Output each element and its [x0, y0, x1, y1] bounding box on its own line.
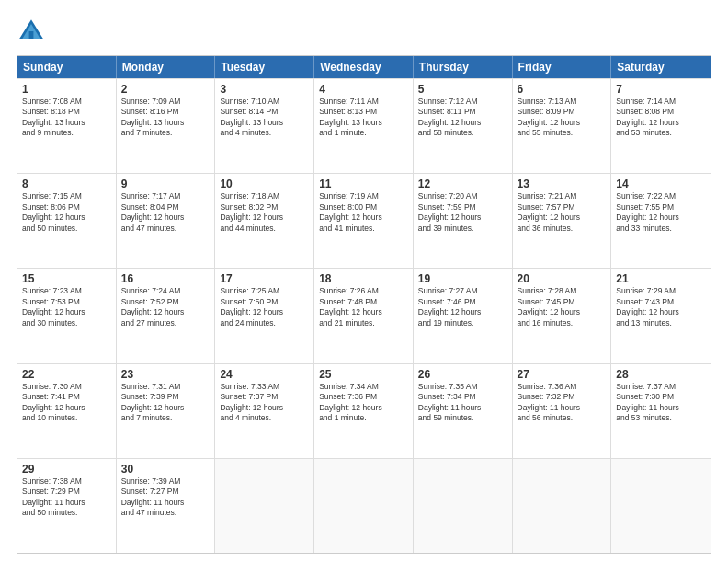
day-info: Sunrise: 7:38 AM Sunset: 7:29 PM Dayligh…: [22, 477, 111, 519]
svg-rect-2: [29, 31, 34, 39]
day-info: Sunrise: 7:27 AM Sunset: 7:46 PM Dayligh…: [418, 286, 507, 328]
day-info: Sunrise: 7:31 AM Sunset: 7:39 PM Dayligh…: [121, 382, 210, 424]
day-cell-25: 25Sunrise: 7:34 AM Sunset: 7:36 PM Dayli…: [314, 364, 414, 458]
day-info: Sunrise: 7:19 AM Sunset: 8:00 PM Dayligh…: [319, 191, 408, 234]
week-row-2: 8Sunrise: 7:15 AM Sunset: 8:06 PM Daylig…: [17, 173, 711, 268]
day-cell-8: 8Sunrise: 7:15 AM Sunset: 8:06 PM Daylig…: [17, 174, 117, 268]
day-cell-22: 22Sunrise: 7:30 AM Sunset: 7:41 PM Dayli…: [17, 364, 117, 458]
day-number: 12: [418, 178, 507, 190]
day-number: 4: [319, 83, 408, 96]
day-info: Sunrise: 7:29 AM Sunset: 7:43 PM Dayligh…: [616, 286, 706, 328]
day-cell-empty: [611, 459, 711, 553]
day-cell-17: 17Sunrise: 7:25 AM Sunset: 7:50 PM Dayli…: [215, 269, 314, 362]
day-cell-2: 2Sunrise: 7:09 AM Sunset: 8:16 PM Daylig…: [117, 79, 216, 173]
calendar-body: 1Sunrise: 7:08 AM Sunset: 8:18 PM Daylig…: [17, 78, 711, 553]
logo: [17, 17, 50, 46]
day-info: Sunrise: 7:20 AM Sunset: 7:59 PM Dayligh…: [418, 191, 507, 234]
day-number: 29: [22, 463, 111, 476]
calendar: SundayMondayTuesdayWednesdayThursdayFrid…: [17, 55, 711, 554]
day-info: Sunrise: 7:17 AM Sunset: 8:04 PM Dayligh…: [121, 191, 210, 234]
day-info: Sunrise: 7:39 AM Sunset: 7:27 PM Dayligh…: [121, 477, 210, 519]
day-number: 11: [319, 178, 408, 190]
day-header-sunday: Sunday: [17, 56, 117, 78]
day-cell-28: 28Sunrise: 7:37 AM Sunset: 7:30 PM Dayli…: [611, 364, 711, 458]
day-header-monday: Monday: [117, 56, 216, 78]
day-info: Sunrise: 7:10 AM Sunset: 8:14 PM Dayligh…: [220, 97, 309, 139]
day-cell-27: 27Sunrise: 7:36 AM Sunset: 7:32 PM Dayli…: [513, 364, 612, 458]
day-header-thursday: Thursday: [414, 56, 513, 78]
day-info: Sunrise: 7:28 AM Sunset: 7:45 PM Dayligh…: [518, 286, 607, 328]
day-number: 2: [121, 83, 210, 96]
day-info: Sunrise: 7:13 AM Sunset: 8:09 PM Dayligh…: [518, 97, 607, 139]
day-cell-20: 20Sunrise: 7:28 AM Sunset: 7:45 PM Dayli…: [513, 269, 612, 362]
day-header-tuesday: Tuesday: [215, 56, 314, 78]
day-number: 23: [121, 368, 210, 381]
day-info: Sunrise: 7:18 AM Sunset: 8:02 PM Dayligh…: [220, 191, 309, 234]
day-number: 19: [418, 272, 507, 285]
day-cell-16: 16Sunrise: 7:24 AM Sunset: 7:52 PM Dayli…: [117, 269, 216, 362]
day-number: 3: [220, 83, 309, 96]
day-cell-5: 5Sunrise: 7:12 AM Sunset: 8:11 PM Daylig…: [414, 79, 513, 173]
day-info: Sunrise: 7:11 AM Sunset: 8:13 PM Dayligh…: [319, 97, 408, 139]
day-info: Sunrise: 7:34 AM Sunset: 7:36 PM Dayligh…: [319, 382, 408, 424]
day-info: Sunrise: 7:15 AM Sunset: 8:06 PM Dayligh…: [22, 191, 111, 234]
day-number: 28: [616, 368, 706, 381]
day-number: 20: [518, 272, 607, 285]
day-cell-19: 19Sunrise: 7:27 AM Sunset: 7:46 PM Dayli…: [414, 269, 513, 362]
calendar-header: SundayMondayTuesdayWednesdayThursdayFrid…: [17, 56, 711, 78]
day-number: 27: [518, 368, 607, 381]
week-row-4: 22Sunrise: 7:30 AM Sunset: 7:41 PM Dayli…: [17, 363, 711, 458]
day-cell-21: 21Sunrise: 7:29 AM Sunset: 7:43 PM Dayli…: [611, 269, 711, 362]
day-cell-empty: [513, 459, 612, 553]
day-number: 17: [220, 272, 309, 285]
day-info: Sunrise: 7:25 AM Sunset: 7:50 PM Dayligh…: [220, 286, 309, 328]
day-number: 18: [319, 272, 408, 285]
page: SundayMondayTuesdayWednesdayThursdayFrid…: [0, 0, 728, 563]
day-cell-7: 7Sunrise: 7:14 AM Sunset: 8:08 PM Daylig…: [611, 79, 711, 173]
day-cell-18: 18Sunrise: 7:26 AM Sunset: 7:48 PM Dayli…: [314, 269, 414, 362]
day-cell-15: 15Sunrise: 7:23 AM Sunset: 7:53 PM Dayli…: [17, 269, 117, 362]
day-number: 25: [319, 368, 408, 381]
day-cell-11: 11Sunrise: 7:19 AM Sunset: 8:00 PM Dayli…: [314, 174, 414, 268]
day-cell-4: 4Sunrise: 7:11 AM Sunset: 8:13 PM Daylig…: [314, 79, 414, 173]
week-row-3: 15Sunrise: 7:23 AM Sunset: 7:53 PM Dayli…: [17, 268, 711, 362]
day-number: 30: [121, 463, 210, 476]
day-number: 15: [22, 272, 111, 285]
day-number: 13: [518, 178, 607, 190]
day-number: 14: [616, 178, 706, 190]
day-number: 10: [220, 178, 309, 190]
day-number: 7: [616, 83, 706, 96]
day-cell-empty: [215, 459, 314, 553]
week-row-1: 1Sunrise: 7:08 AM Sunset: 8:18 PM Daylig…: [17, 78, 711, 173]
day-info: Sunrise: 7:24 AM Sunset: 7:52 PM Dayligh…: [121, 286, 210, 328]
day-info: Sunrise: 7:33 AM Sunset: 7:37 PM Dayligh…: [220, 382, 309, 424]
day-header-saturday: Saturday: [611, 56, 711, 78]
day-cell-9: 9Sunrise: 7:17 AM Sunset: 8:04 PM Daylig…: [117, 174, 216, 268]
day-number: 21: [616, 272, 706, 285]
day-cell-14: 14Sunrise: 7:22 AM Sunset: 7:55 PM Dayli…: [611, 174, 711, 268]
day-cell-13: 13Sunrise: 7:21 AM Sunset: 7:57 PM Dayli…: [513, 174, 612, 268]
day-cell-23: 23Sunrise: 7:31 AM Sunset: 7:39 PM Dayli…: [117, 364, 216, 458]
day-number: 1: [22, 83, 111, 96]
day-cell-24: 24Sunrise: 7:33 AM Sunset: 7:37 PM Dayli…: [215, 364, 314, 458]
day-cell-29: 29Sunrise: 7:38 AM Sunset: 7:29 PM Dayli…: [17, 459, 117, 553]
day-number: 6: [518, 83, 607, 96]
week-row-5: 29Sunrise: 7:38 AM Sunset: 7:29 PM Dayli…: [17, 458, 711, 553]
day-cell-30: 30Sunrise: 7:39 AM Sunset: 7:27 PM Dayli…: [117, 459, 216, 553]
day-info: Sunrise: 7:14 AM Sunset: 8:08 PM Dayligh…: [616, 97, 706, 139]
day-number: 22: [22, 368, 111, 381]
day-info: Sunrise: 7:22 AM Sunset: 7:55 PM Dayligh…: [616, 191, 706, 234]
day-header-friday: Friday: [513, 56, 612, 78]
day-info: Sunrise: 7:23 AM Sunset: 7:53 PM Dayligh…: [22, 286, 111, 328]
logo-icon: [17, 17, 46, 46]
day-info: Sunrise: 7:09 AM Sunset: 8:16 PM Dayligh…: [121, 97, 210, 139]
day-number: 24: [220, 368, 309, 381]
day-header-wednesday: Wednesday: [314, 56, 414, 78]
day-info: Sunrise: 7:36 AM Sunset: 7:32 PM Dayligh…: [518, 382, 607, 424]
day-info: Sunrise: 7:21 AM Sunset: 7:57 PM Dayligh…: [518, 191, 607, 234]
day-info: Sunrise: 7:30 AM Sunset: 7:41 PM Dayligh…: [22, 382, 111, 424]
day-number: 26: [418, 368, 507, 381]
day-number: 5: [418, 83, 507, 96]
day-cell-empty: [314, 459, 414, 553]
day-cell-6: 6Sunrise: 7:13 AM Sunset: 8:09 PM Daylig…: [513, 79, 612, 173]
